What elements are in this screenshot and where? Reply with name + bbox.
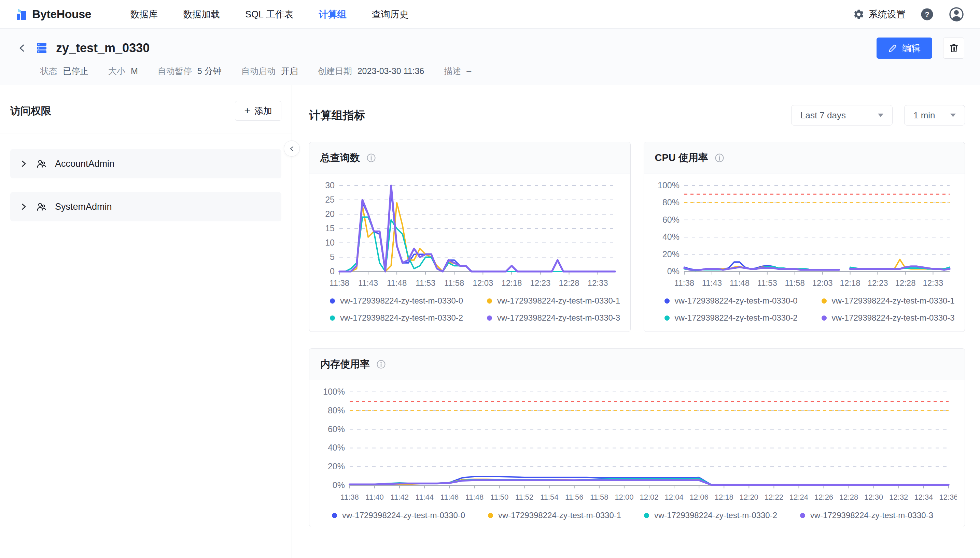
chevron-down-icon [878, 113, 883, 117]
svg-text:12:28: 12:28 [839, 493, 858, 501]
permission-item-1[interactable]: SystemAdmin [10, 192, 282, 222]
info-icon[interactable] [376, 359, 386, 369]
svg-text:12:00: 12:00 [614, 493, 633, 501]
interval-select[interactable]: 1 min [904, 105, 965, 126]
card-header: 内存使用率 [310, 349, 965, 380]
bytehouse-logo[interactable]: ByteHouse [16, 8, 91, 21]
avatar[interactable] [949, 7, 964, 22]
edit-button[interactable]: 编辑 [876, 38, 932, 59]
meta-value: 开启 [281, 66, 298, 77]
svg-text:12:18: 12:18 [840, 278, 860, 287]
info-icon[interactable] [366, 153, 376, 163]
system-settings-label: 系统设置 [869, 8, 906, 20]
legend-item-vw-1729398224-zy-test-m-0330-0[interactable]: vw-1729398224-zy-test-m-0330-0 [330, 296, 487, 305]
svg-text:12:28: 12:28 [558, 278, 579, 287]
legend-item-vw-1729398224-zy-test-m-0330-1[interactable]: vw-1729398224-zy-test-m-0330-1 [487, 296, 620, 305]
cpu-usage-chart[interactable]: 0%20%40%60%80%100%11:3811:4311:4811:5311… [652, 179, 957, 293]
legend-label: vw-1729398224-zy-test-m-0330-0 [675, 296, 798, 305]
svg-text:25: 25 [325, 195, 334, 204]
legend-item-vw-1729398224-zy-test-m-0330-3[interactable]: vw-1729398224-zy-test-m-0330-3 [822, 313, 955, 323]
header-actions: 编辑 [876, 38, 964, 59]
total-queries-chart[interactable]: 05101520253011:3811:4311:4811:5311:5812:… [317, 179, 623, 293]
legend-item-vw-1729398224-zy-test-m-0330-2[interactable]: vw-1729398224-zy-test-m-0330-2 [330, 313, 487, 323]
legend-dot [822, 315, 827, 321]
chart-title: CPU 使用率 [655, 151, 708, 165]
meta-label: 自动暂停 [158, 66, 192, 77]
svg-text:0%: 0% [667, 266, 679, 276]
legend-label: vw-1729398224-zy-test-m-0330-3 [832, 313, 955, 323]
legend-item-vw-1729398224-zy-test-m-0330-2[interactable]: vw-1729398224-zy-test-m-0330-2 [664, 313, 822, 323]
legend-item-vw-1729398224-zy-test-m-0330-1[interactable]: vw-1729398224-zy-test-m-0330-1 [822, 296, 955, 305]
legend-item-vw-1729398224-zy-test-m-0330-0[interactable]: vw-1729398224-zy-test-m-0330-0 [332, 510, 465, 520]
nav-item-2[interactable]: SQL 工作表 [245, 8, 294, 20]
chart-card-memory: 内存使用率 0%20%40%60%80%100%11:3811:4011:421… [309, 348, 965, 527]
svg-text:12:34: 12:34 [914, 493, 933, 501]
legend-label: vw-1729398224-zy-test-m-0330-2 [654, 510, 777, 520]
legend-item-vw-1729398224-zy-test-m-0330-0[interactable]: vw-1729398224-zy-test-m-0330-0 [664, 296, 822, 305]
page-title: zy_test_m_0330 [56, 41, 150, 55]
system-settings-button[interactable]: 系统设置 [853, 8, 906, 20]
time-range-select[interactable]: Last 7 days [791, 105, 893, 126]
meta-label: 自动启动 [241, 66, 275, 77]
app-root: ByteHouse 数据库数据加载SQL 工作表计算组查询历史 系统设置 ? [0, 0, 980, 558]
permissions-sidebar: 访问权限 + 添加 AccountAdminSystemAdmin [0, 85, 292, 558]
permission-item-label: SystemAdmin [55, 202, 112, 212]
collapse-sidebar-button[interactable] [284, 141, 300, 156]
legend-item-vw-1729398224-zy-test-m-0330-3[interactable]: vw-1729398224-zy-test-m-0330-3 [487, 313, 620, 323]
meta-item-2: 自动暂停5 分钟 [158, 66, 222, 77]
svg-text:12:36: 12:36 [939, 493, 957, 501]
back-button[interactable] [16, 42, 29, 54]
charts-row: 总查询数 05101520253011:3811:4311:4811:5311:… [309, 142, 965, 332]
svg-text:100%: 100% [323, 387, 345, 396]
legend-item-vw-1729398224-zy-test-m-0330-2[interactable]: vw-1729398224-zy-test-m-0330-2 [644, 510, 777, 520]
nav-item-0[interactable]: 数据库 [130, 8, 158, 20]
bytehouse-logo-icon [16, 8, 28, 21]
legend-item-vw-1729398224-zy-test-m-0330-3[interactable]: vw-1729398224-zy-test-m-0330-3 [800, 510, 933, 520]
nav-item-4[interactable]: 查询历史 [372, 8, 409, 20]
meta-value: 5 分钟 [198, 66, 222, 77]
chevron-right-icon[interactable] [19, 202, 28, 211]
card-body: 0%20%40%60%80%100%11:3811:4311:4811:5311… [644, 174, 965, 332]
main-nav: 数据库数据加载SQL 工作表计算组查询历史 [130, 8, 409, 20]
nav-item-1[interactable]: 数据加载 [183, 8, 220, 20]
legend-dot [800, 513, 805, 518]
add-permission-button[interactable]: + 添加 [235, 101, 282, 121]
meta-item-1: 大小M [108, 66, 138, 77]
meta-label: 大小 [108, 66, 125, 77]
svg-text:15: 15 [325, 223, 334, 233]
legend-label: vw-1729398224-zy-test-m-0330-0 [342, 510, 465, 520]
meta-item-3: 自动启动开启 [241, 66, 298, 77]
svg-text:11:46: 11:46 [440, 493, 459, 501]
meta-item-5: 描述– [444, 66, 471, 77]
svg-text:11:43: 11:43 [358, 278, 378, 287]
meta-value: M [131, 66, 138, 76]
svg-text:12:28: 12:28 [895, 278, 916, 287]
legend-item-vw-1729398224-zy-test-m-0330-1[interactable]: vw-1729398224-zy-test-m-0330-1 [488, 510, 621, 520]
svg-text:12:04: 12:04 [665, 493, 684, 501]
nav-item-3[interactable]: 计算组 [319, 8, 347, 20]
chevron-right-icon[interactable] [19, 159, 28, 168]
svg-text:11:38: 11:38 [674, 278, 694, 287]
svg-text:11:48: 11:48 [465, 493, 484, 501]
user-avatar-icon [949, 7, 964, 22]
svg-text:11:58: 11:58 [590, 493, 608, 501]
legend-label: vw-1729398224-zy-test-m-0330-1 [832, 296, 955, 305]
metadata-row: 状态已停止大小M自动暂停5 分钟自动启动开启创建日期2023-03-30 11:… [16, 66, 964, 77]
bytehouse-logo-text: ByteHouse [32, 8, 91, 21]
metrics-header: 计算组指标 Last 7 days 1 min [309, 105, 965, 126]
svg-text:80%: 80% [328, 405, 345, 415]
info-icon[interactable] [714, 153, 725, 163]
top-navbar: ByteHouse 数据库数据加载SQL 工作表计算组查询历史 系统设置 ? [0, 0, 980, 29]
legend-label: vw-1729398224-zy-test-m-0330-2 [340, 313, 463, 323]
svg-text:0: 0 [330, 266, 334, 276]
svg-text:11:53: 11:53 [415, 278, 435, 287]
legend-label: vw-1729398224-zy-test-m-0330-3 [810, 510, 933, 520]
svg-text:12:33: 12:33 [588, 278, 608, 287]
chart-title: 内存使用率 [320, 358, 370, 371]
delete-button[interactable] [943, 38, 964, 59]
permission-item-0[interactable]: AccountAdmin [10, 149, 282, 178]
help-button[interactable]: ? [920, 7, 934, 21]
legend-dot [487, 315, 492, 321]
svg-text:20%: 20% [662, 249, 679, 259]
memory-usage-chart[interactable]: 0%20%40%60%80%100%11:3811:4011:4211:4411… [317, 386, 957, 507]
